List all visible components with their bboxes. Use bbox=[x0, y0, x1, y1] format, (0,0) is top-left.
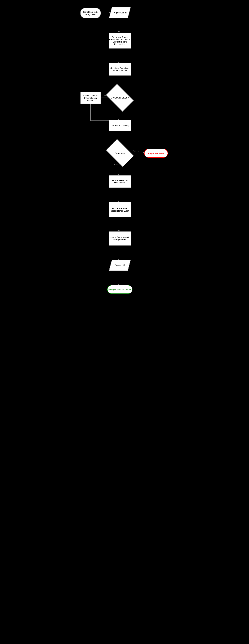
arrow-ctx-out-to-succ bbox=[120, 271, 120, 285]
deregistration-failed-node: Deregistration failed bbox=[144, 149, 168, 158]
arrow-inc-down bbox=[90, 104, 91, 120]
context-id-output-node: Context Id bbox=[109, 260, 131, 271]
arrow-resp-to-fail bbox=[132, 153, 144, 153]
arrow-update-to-ctx-out bbox=[120, 246, 120, 260]
arrow-ctx-to-call bbox=[120, 106, 120, 120]
response-label: Response bbox=[108, 145, 132, 161]
include-context-node: Include Context Information in Command bbox=[80, 92, 101, 104]
arrowhead-reg-to-det bbox=[118, 31, 120, 32]
flowchart-container: Basket Item to be deregistered Registrat… bbox=[77, 0, 172, 644]
await-event-label: Await BasketItem Deregistered Event bbox=[109, 207, 130, 212]
no-label: No bbox=[121, 109, 123, 111]
basket-item-node: Basket Item to be deregistered bbox=[80, 8, 101, 18]
arrow-basket-to-reg bbox=[101, 13, 110, 13]
success-label: Success bbox=[114, 164, 122, 166]
arrowhead-ctx-to-call bbox=[118, 118, 120, 120]
arrowhead-det-to-con bbox=[118, 62, 120, 63]
arrowhead-basket-to-reg bbox=[109, 12, 110, 13]
update-registration-label: Update Registration to Deregistered bbox=[109, 236, 130, 241]
set-context-id-node: Set Context Id for Registration bbox=[109, 175, 131, 188]
failure-label: Failure bbox=[133, 150, 139, 152]
call-bproc-node: Call BProc Gateway bbox=[109, 120, 131, 131]
context-id-given-label: Context Id Given? bbox=[108, 90, 132, 106]
deregistration-succeeded-node: Deregistration succeeded bbox=[107, 285, 132, 294]
yes-label: Yes bbox=[104, 94, 107, 97]
set-context-id-label: Set Context Id for Registration bbox=[109, 179, 130, 184]
arrow-resp-to-set bbox=[120, 161, 120, 175]
arrow-await-to-update bbox=[120, 217, 120, 231]
construct-node: Construct Deregister Item Command bbox=[109, 63, 131, 76]
arrow-set-to-await bbox=[120, 188, 120, 202]
response-diamond: Response bbox=[108, 145, 132, 161]
context-id-given-diamond: Context Id Given? bbox=[108, 90, 132, 106]
determine-node: Determine Order, Basket Item and BProc C… bbox=[109, 33, 131, 48]
update-registration-node: Update Registration to Deregistered bbox=[109, 231, 131, 246]
arrow-det-to-con bbox=[120, 48, 120, 63]
arrow-reg-to-det bbox=[120, 18, 120, 32]
await-event-node: Await BasketItem Deregistered Event bbox=[109, 202, 131, 217]
registration-id-node: Registration Id bbox=[109, 7, 131, 18]
